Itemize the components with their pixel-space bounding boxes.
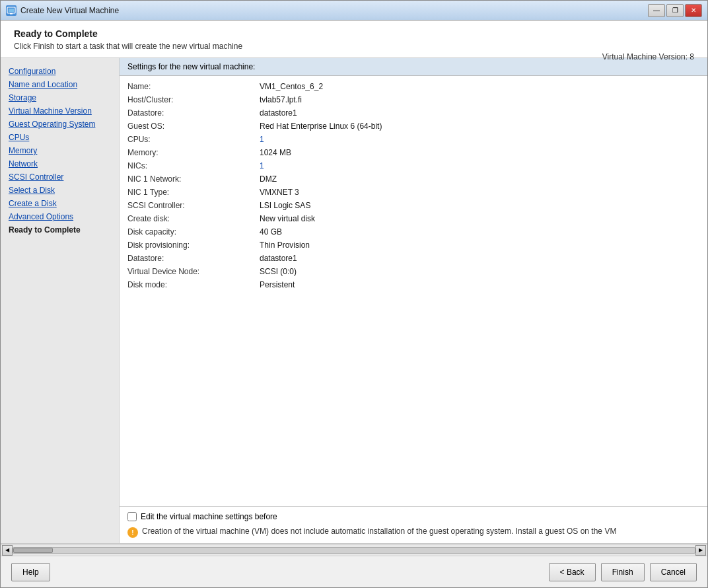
- settings-row: Disk provisioning:Thin Provision: [127, 239, 699, 252]
- settings-value: Persistent: [260, 280, 699, 289]
- main-content-area: ConfigurationName and LocationStorageVir…: [1, 58, 707, 544]
- header-title: Ready to Complete: [14, 28, 694, 39]
- cancel-button[interactable]: Cancel: [650, 563, 697, 581]
- sidebar-item-ready-to-complete: Ready to Complete: [6, 223, 114, 237]
- settings-label: Host/Cluster:: [127, 95, 260, 104]
- settings-value: datastore1: [260, 108, 699, 118]
- svg-rect-2: [10, 13, 13, 15]
- sidebar-item-name-and-location[interactable]: Name and Location: [6, 78, 114, 91]
- restore-button[interactable]: ❐: [666, 4, 684, 17]
- settings-row: CPUs:1: [127, 133, 699, 146]
- settings-value: VM1_Centos_6_2: [260, 82, 699, 91]
- settings-label: Disk mode:: [127, 280, 260, 289]
- settings-row: Disk capacity:40 GB: [127, 225, 699, 239]
- settings-row: Datastore:datastore1: [127, 252, 699, 265]
- panel-footer: Edit the virtual machine settings before…: [120, 506, 707, 543]
- button-bar: Help < Back Finish Cancel: [1, 556, 707, 587]
- settings-label: Datastore:: [127, 108, 260, 118]
- settings-value: LSI Logic SAS: [260, 201, 699, 210]
- warning-text: Creation of the virtual machine (VM) doe…: [142, 527, 616, 536]
- settings-label: NIC 1 Network:: [127, 174, 260, 184]
- close-button[interactable]: ✕: [685, 4, 702, 17]
- settings-row: Host/Cluster:tvlab57.lpt.fi: [127, 93, 699, 106]
- scrollbar-right-button[interactable]: ▶: [695, 545, 706, 556]
- window-title: Create New Virtual Machine: [20, 6, 648, 15]
- settings-label: NICs:: [127, 161, 260, 170]
- settings-row: NIC 1 Type:VMXNET 3: [127, 186, 699, 199]
- settings-value: datastore1: [260, 254, 699, 263]
- settings-label: Virtual Device Node:: [127, 267, 260, 276]
- settings-value: 40 GB: [260, 227, 699, 237]
- settings-row: SCSI Controller:LSI Logic SAS: [127, 199, 699, 212]
- settings-table: Name:VM1_Centos_6_2Host/Cluster:tvlab57.…: [120, 76, 707, 506]
- sidebar-item-advanced-options[interactable]: Advanced Options: [6, 210, 114, 223]
- warning-row: ! Creation of the virtual machine (VM) d…: [127, 527, 699, 538]
- vm-version-label: Virtual Machine Version: 8: [602, 52, 694, 61]
- window-icon: [6, 5, 17, 16]
- settings-value: VMXNET 3: [260, 188, 699, 197]
- sidebar: ConfigurationName and LocationStorageVir…: [1, 58, 120, 543]
- scrollbar-track[interactable]: [13, 547, 695, 554]
- settings-row: NICs:1: [127, 159, 699, 172]
- settings-label: Name:: [127, 82, 260, 91]
- edit-settings-checkbox[interactable]: [127, 512, 137, 521]
- settings-value: 1024 MB: [260, 148, 699, 157]
- settings-value: Red Hat Enterprise Linux 6 (64-bit): [260, 122, 699, 131]
- svg-rect-1: [9, 9, 14, 12]
- sidebar-item-select-a-disk[interactable]: Select a Disk: [6, 184, 114, 197]
- settings-row: Memory:1024 MB: [127, 146, 699, 159]
- edit-settings-label: Edit the virtual machine settings before: [141, 512, 277, 521]
- settings-row: Name:VM1_Centos_6_2: [127, 80, 699, 93]
- settings-row: Guest OS:Red Hat Enterprise Linux 6 (64-…: [127, 120, 699, 133]
- settings-value: 1: [260, 135, 699, 144]
- sidebar-item-virtual-machine-version[interactable]: Virtual Machine Version: [6, 104, 114, 118]
- scrollbar-left-button[interactable]: ◀: [2, 545, 13, 556]
- settings-label: SCSI Controller:: [127, 201, 260, 210]
- settings-value: New virtual disk: [260, 214, 699, 223]
- finish-button[interactable]: Finish: [601, 563, 645, 581]
- settings-value: DMZ: [260, 174, 699, 184]
- settings-label: Memory:: [127, 148, 260, 157]
- settings-value: tvlab57.lpt.fi: [260, 95, 699, 104]
- settings-row: Virtual Device Node:SCSI (0:0): [127, 265, 699, 278]
- warning-icon: !: [127, 527, 138, 538]
- sidebar-item-storage[interactable]: Storage: [6, 91, 114, 104]
- sidebar-item-scsi-controller[interactable]: SCSI Controller: [6, 170, 114, 184]
- header-subtitle: Click Finish to start a task that will c…: [14, 42, 694, 51]
- sidebar-item-create-a-disk[interactable]: Create a Disk: [6, 197, 114, 210]
- settings-label: NIC 1 Type:: [127, 188, 260, 197]
- right-panel: Settings for the new virtual machine: Na…: [120, 58, 707, 543]
- scrollbar-area: ◀ ▶: [1, 544, 707, 556]
- back-button[interactable]: < Back: [549, 563, 596, 581]
- sidebar-item-memory[interactable]: Memory: [6, 144, 114, 157]
- sidebar-item-configuration[interactable]: Configuration: [6, 65, 114, 78]
- scrollbar-thumb[interactable]: [13, 548, 53, 553]
- settings-label: CPUs:: [127, 135, 260, 144]
- help-button[interactable]: Help: [11, 563, 50, 581]
- dialog-header: Ready to Complete Click Finish to start …: [1, 20, 707, 58]
- title-bar: Create New Virtual Machine — ❐ ✕: [1, 1, 707, 20]
- sidebar-item-guest-operating-system[interactable]: Guest Operating System: [6, 118, 114, 131]
- settings-row: Create disk:New virtual disk: [127, 212, 699, 225]
- settings-value: SCSI (0:0): [260, 267, 699, 276]
- settings-label: Disk provisioning:: [127, 240, 260, 250]
- sidebar-item-network[interactable]: Network: [6, 157, 114, 170]
- settings-row: Disk mode:Persistent: [127, 278, 699, 291]
- main-window: Create New Virtual Machine — ❐ ✕ Ready t…: [0, 0, 708, 588]
- settings-row: NIC 1 Network:DMZ: [127, 172, 699, 186]
- settings-label: Create disk:: [127, 214, 260, 223]
- settings-label: Guest OS:: [127, 122, 260, 131]
- sidebar-item-cpus[interactable]: CPUs: [6, 131, 114, 144]
- settings-value: Thin Provision: [260, 240, 699, 250]
- settings-value: 1: [260, 161, 699, 170]
- edit-settings-row: Edit the virtual machine settings before: [127, 512, 699, 521]
- settings-row: Datastore:datastore1: [127, 106, 699, 120]
- settings-label: Datastore:: [127, 254, 260, 263]
- window-controls: — ❐ ✕: [648, 4, 702, 17]
- settings-label: Disk capacity:: [127, 227, 260, 237]
- minimize-button[interactable]: —: [648, 4, 665, 17]
